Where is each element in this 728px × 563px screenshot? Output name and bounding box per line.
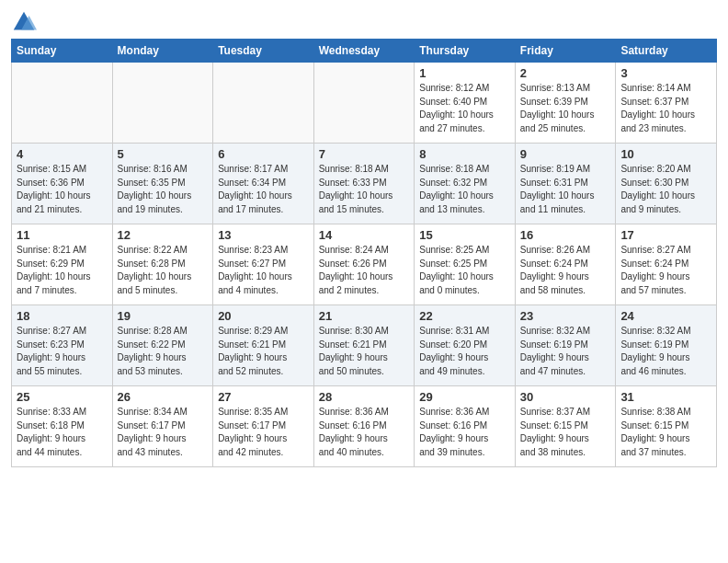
day-info: Sunrise: 8:13 AM Sunset: 6:39 PM Dayligh… (520, 82, 611, 135)
day-cell: 23Sunrise: 8:32 AM Sunset: 6:19 PM Dayli… (515, 305, 616, 386)
header (11, 9, 717, 35)
day-info: Sunrise: 8:17 AM Sunset: 6:34 PM Dayligh… (218, 163, 309, 216)
day-number: 25 (17, 390, 108, 404)
day-number: 5 (118, 147, 209, 161)
day-info: Sunrise: 8:30 AM Sunset: 6:21 PM Dayligh… (319, 325, 410, 378)
day-info: Sunrise: 8:31 AM Sunset: 6:20 PM Dayligh… (419, 325, 510, 378)
day-cell: 30Sunrise: 8:37 AM Sunset: 6:15 PM Dayli… (515, 386, 616, 467)
header-cell-monday: Monday (112, 40, 213, 63)
day-cell: 12Sunrise: 8:22 AM Sunset: 6:28 PM Dayli… (112, 224, 213, 305)
day-info: Sunrise: 8:26 AM Sunset: 6:24 PM Dayligh… (520, 244, 611, 297)
day-cell: 10Sunrise: 8:20 AM Sunset: 6:30 PM Dayli… (616, 144, 717, 224)
day-cell (213, 63, 314, 144)
day-cell: 4Sunrise: 8:15 AM Sunset: 6:36 PM Daylig… (12, 144, 113, 224)
day-number: 6 (218, 147, 309, 161)
day-cell: 25Sunrise: 8:33 AM Sunset: 6:18 PM Dayli… (12, 386, 113, 467)
week-row-5: 25Sunrise: 8:33 AM Sunset: 6:18 PM Dayli… (12, 386, 717, 467)
day-cell: 1Sunrise: 8:12 AM Sunset: 6:40 PM Daylig… (415, 63, 516, 144)
day-info: Sunrise: 8:18 AM Sunset: 6:33 PM Dayligh… (319, 163, 410, 216)
day-cell (313, 63, 415, 144)
day-number: 2 (520, 66, 611, 80)
day-cell: 20Sunrise: 8:29 AM Sunset: 6:21 PM Dayli… (213, 305, 314, 386)
day-cell: 26Sunrise: 8:34 AM Sunset: 6:17 PM Dayli… (112, 386, 213, 467)
day-info: Sunrise: 8:38 AM Sunset: 6:15 PM Dayligh… (620, 406, 711, 459)
header-row: SundayMondayTuesdayWednesdayThursdayFrid… (12, 40, 717, 63)
day-number: 7 (319, 147, 410, 161)
day-number: 21 (319, 309, 410, 323)
day-cell: 7Sunrise: 8:18 AM Sunset: 6:33 PM Daylig… (313, 144, 415, 224)
day-number: 29 (419, 390, 510, 404)
day-info: Sunrise: 8:36 AM Sunset: 6:16 PM Dayligh… (419, 406, 510, 459)
day-info: Sunrise: 8:32 AM Sunset: 6:19 PM Dayligh… (620, 325, 711, 378)
day-info: Sunrise: 8:23 AM Sunset: 6:27 PM Dayligh… (218, 244, 309, 297)
day-number: 18 (17, 309, 108, 323)
header-cell-wednesday: Wednesday (313, 40, 415, 63)
day-info: Sunrise: 8:12 AM Sunset: 6:40 PM Dayligh… (419, 82, 510, 135)
day-cell: 27Sunrise: 8:35 AM Sunset: 6:17 PM Dayli… (213, 386, 314, 467)
day-info: Sunrise: 8:15 AM Sunset: 6:36 PM Dayligh… (17, 163, 108, 216)
day-info: Sunrise: 8:24 AM Sunset: 6:26 PM Dayligh… (319, 244, 410, 297)
day-info: Sunrise: 8:19 AM Sunset: 6:31 PM Dayligh… (520, 163, 611, 216)
day-cell: 24Sunrise: 8:32 AM Sunset: 6:19 PM Dayli… (616, 305, 717, 386)
day-cell: 13Sunrise: 8:23 AM Sunset: 6:27 PM Dayli… (213, 224, 314, 305)
header-cell-saturday: Saturday (616, 40, 717, 63)
day-number: 22 (419, 309, 510, 323)
day-cell: 2Sunrise: 8:13 AM Sunset: 6:39 PM Daylig… (515, 63, 616, 144)
logo-icon (11, 9, 37, 35)
day-info: Sunrise: 8:27 AM Sunset: 6:24 PM Dayligh… (620, 244, 711, 297)
day-number: 14 (319, 228, 410, 242)
day-number: 27 (218, 390, 309, 404)
calendar-table: SundayMondayTuesdayWednesdayThursdayFrid… (11, 39, 717, 467)
day-number: 10 (620, 147, 711, 161)
day-cell: 31Sunrise: 8:38 AM Sunset: 6:15 PM Dayli… (616, 386, 717, 467)
day-cell: 8Sunrise: 8:18 AM Sunset: 6:32 PM Daylig… (415, 144, 516, 224)
day-info: Sunrise: 8:35 AM Sunset: 6:17 PM Dayligh… (218, 406, 309, 459)
day-cell: 19Sunrise: 8:28 AM Sunset: 6:22 PM Dayli… (112, 305, 213, 386)
day-cell: 11Sunrise: 8:21 AM Sunset: 6:29 PM Dayli… (12, 224, 113, 305)
day-info: Sunrise: 8:27 AM Sunset: 6:23 PM Dayligh… (17, 325, 108, 378)
day-number: 17 (620, 228, 711, 242)
day-number: 9 (520, 147, 611, 161)
day-info: Sunrise: 8:21 AM Sunset: 6:29 PM Dayligh… (17, 244, 108, 297)
day-cell: 28Sunrise: 8:36 AM Sunset: 6:16 PM Dayli… (313, 386, 415, 467)
day-info: Sunrise: 8:25 AM Sunset: 6:25 PM Dayligh… (419, 244, 510, 297)
header-cell-sunday: Sunday (12, 40, 113, 63)
header-cell-thursday: Thursday (415, 40, 516, 63)
day-cell: 3Sunrise: 8:14 AM Sunset: 6:37 PM Daylig… (616, 63, 717, 144)
day-number: 23 (520, 309, 611, 323)
day-number: 8 (419, 147, 510, 161)
header-cell-friday: Friday (515, 40, 616, 63)
logo (11, 9, 39, 35)
day-cell: 17Sunrise: 8:27 AM Sunset: 6:24 PM Dayli… (616, 224, 717, 305)
day-info: Sunrise: 8:29 AM Sunset: 6:21 PM Dayligh… (218, 325, 309, 378)
day-info: Sunrise: 8:14 AM Sunset: 6:37 PM Dayligh… (620, 82, 711, 135)
day-cell (12, 63, 113, 144)
day-number: 11 (17, 228, 108, 242)
day-number: 3 (620, 66, 711, 80)
day-cell (112, 63, 213, 144)
day-number: 31 (620, 390, 711, 404)
day-info: Sunrise: 8:22 AM Sunset: 6:28 PM Dayligh… (118, 244, 209, 297)
day-number: 19 (118, 309, 209, 323)
day-number: 26 (118, 390, 209, 404)
day-info: Sunrise: 8:16 AM Sunset: 6:35 PM Dayligh… (118, 163, 209, 216)
day-number: 28 (319, 390, 410, 404)
day-info: Sunrise: 8:37 AM Sunset: 6:15 PM Dayligh… (520, 406, 611, 459)
day-number: 20 (218, 309, 309, 323)
day-number: 15 (419, 228, 510, 242)
day-cell: 14Sunrise: 8:24 AM Sunset: 6:26 PM Dayli… (313, 224, 415, 305)
day-info: Sunrise: 8:33 AM Sunset: 6:18 PM Dayligh… (17, 406, 108, 459)
day-number: 24 (620, 309, 711, 323)
header-cell-tuesday: Tuesday (213, 40, 314, 63)
day-number: 13 (218, 228, 309, 242)
day-cell: 6Sunrise: 8:17 AM Sunset: 6:34 PM Daylig… (213, 144, 314, 224)
day-cell: 18Sunrise: 8:27 AM Sunset: 6:23 PM Dayli… (12, 305, 113, 386)
week-row-2: 4Sunrise: 8:15 AM Sunset: 6:36 PM Daylig… (12, 144, 717, 224)
day-info: Sunrise: 8:32 AM Sunset: 6:19 PM Dayligh… (520, 325, 611, 378)
day-number: 1 (419, 66, 510, 80)
day-info: Sunrise: 8:36 AM Sunset: 6:16 PM Dayligh… (319, 406, 410, 459)
week-row-3: 11Sunrise: 8:21 AM Sunset: 6:29 PM Dayli… (12, 224, 717, 305)
day-cell: 15Sunrise: 8:25 AM Sunset: 6:25 PM Dayli… (415, 224, 516, 305)
week-row-1: 1Sunrise: 8:12 AM Sunset: 6:40 PM Daylig… (12, 63, 717, 144)
day-cell: 5Sunrise: 8:16 AM Sunset: 6:35 PM Daylig… (112, 144, 213, 224)
